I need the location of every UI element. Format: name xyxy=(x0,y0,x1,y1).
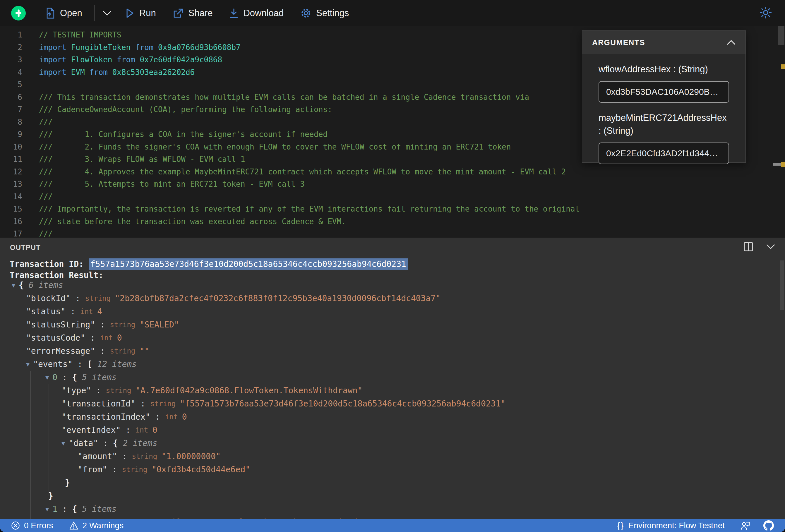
warning-marker xyxy=(781,65,785,69)
arguments-panel-header[interactable]: ARGUMENTS xyxy=(582,31,745,54)
code-token: /// 1. Configures a COA in the signer's … xyxy=(39,130,328,139)
tree-value: "" xyxy=(140,346,150,356)
code-text: import EVM from 0x8c5303eaa26202d6 xyxy=(39,68,195,77)
tree-token: : xyxy=(95,346,110,356)
transaction-id-label: Transaction ID: xyxy=(10,259,89,269)
tree-toggle-icon[interactable]: ▼ xyxy=(45,374,49,381)
tree-token: : xyxy=(71,294,85,303)
json-tree-row: ▼"data" : { 2 items xyxy=(0,437,776,450)
open-button[interactable]: Open xyxy=(45,8,82,19)
tree-type-label: int xyxy=(80,308,97,316)
code-token: import xyxy=(39,43,71,52)
output-panel: OUTPUT Transaction ID: f557a1573b76aa53e… xyxy=(0,237,785,519)
json-tree-row: "amount" : string "1.00000000" xyxy=(0,450,776,463)
code-token: EVM xyxy=(71,68,90,77)
code-text: /// 3. Wraps FLOW as WFLOW - EVM call 1 xyxy=(39,155,245,163)
code-token: /// This transaction demonstrates how mu… xyxy=(39,93,529,102)
split-columns-icon xyxy=(743,242,753,252)
line-number: 15 xyxy=(0,205,22,213)
github-link[interactable] xyxy=(763,520,774,531)
tree-value: 0 xyxy=(182,412,187,422)
tree-token: : xyxy=(57,373,72,382)
share-button[interactable]: Share xyxy=(173,8,213,19)
tree-token: : xyxy=(107,465,122,474)
code-text: /// xyxy=(39,192,53,201)
line-number: 5 xyxy=(0,80,22,89)
settings-label: Settings xyxy=(316,8,349,19)
tree-key: "transactionIndex" xyxy=(61,412,150,422)
output-title: OUTPUT xyxy=(10,244,41,252)
tree-key: "errorMessage" xyxy=(26,346,95,356)
code-line: 16/// state before the transaction was e… xyxy=(0,216,773,228)
output-scrollbar-thumb[interactable] xyxy=(780,260,784,310)
environment-status[interactable]: {} Environment: Flow Testnet xyxy=(617,521,725,531)
tree-bracket: { xyxy=(72,504,82,514)
status-bar: 0 Errors 2 Warnings {} Environment: Flow… xyxy=(0,519,785,532)
tree-toggle-icon[interactable]: ▼ xyxy=(26,361,30,368)
tree-key: "statusCode" xyxy=(26,333,85,343)
indent-guide xyxy=(30,371,31,519)
line-number: 16 xyxy=(0,217,22,226)
code-token: import xyxy=(39,68,71,77)
line-number: 6 xyxy=(0,93,22,102)
run-play-icon xyxy=(126,8,134,18)
tree-toggle-icon[interactable]: ▼ xyxy=(45,506,49,513)
code-token: FlowToken xyxy=(71,55,117,64)
code-text: /// Importantly, the transaction is reve… xyxy=(39,205,580,213)
json-tree-row: "from" : string "0xfd3b4cd50d44e6ed" xyxy=(0,463,776,476)
tree-value: "SEALED" xyxy=(140,320,179,329)
chevron-up-icon[interactable] xyxy=(727,40,736,45)
errors-status[interactable]: 0 Errors xyxy=(11,521,53,530)
line-number: 3 xyxy=(0,55,22,64)
editor-scrollbar[interactable] xyxy=(777,26,785,237)
argument-input-wflow[interactable] xyxy=(599,81,729,103)
flow-logo xyxy=(11,6,26,21)
line-number: 9 xyxy=(0,130,22,139)
run-label: Run xyxy=(139,8,156,19)
tree-value: 4 xyxy=(97,307,102,316)
code-line: 14/// xyxy=(0,191,773,203)
code-text: import FlowToken from 0x7e60df042a9c0868 xyxy=(39,55,222,64)
json-tree-row: "eventIndex" : int 0 xyxy=(0,424,776,437)
tree-toggle-icon[interactable]: ▼ xyxy=(12,282,15,289)
warnings-status[interactable]: 2 Warnings xyxy=(69,521,124,530)
arguments-panel: ARGUMENTS wflowAddressHex : (String) may… xyxy=(582,30,746,163)
tree-index: 1 xyxy=(52,504,57,514)
code-text: /// 2. Funds the signer's COA with enoug… xyxy=(39,143,511,151)
json-tree-row: "status" : int 4 xyxy=(0,305,776,318)
json-tree-row: } xyxy=(0,476,776,489)
tree-type-label: string xyxy=(85,295,115,303)
tree-toggle-icon[interactable]: ▼ xyxy=(61,440,65,447)
tree-key: "status" xyxy=(26,307,66,316)
download-button[interactable]: Download xyxy=(229,8,284,19)
feedback-button[interactable] xyxy=(740,521,751,530)
collapse-output-button[interactable] xyxy=(766,244,775,250)
tree-token: : xyxy=(121,425,135,435)
editor-scrollbar-thumb[interactable] xyxy=(778,26,784,45)
argument-label: maybeMintERC721AddressHex : (String) xyxy=(599,111,729,137)
json-tree-row: "transactionIndex" : int 0 xyxy=(0,410,776,424)
indent-guide xyxy=(65,450,65,483)
open-menu-chevron-button[interactable] xyxy=(103,10,111,16)
tree-key: "amount" xyxy=(78,452,117,461)
tree-type-label: string xyxy=(110,321,140,329)
flow-logo-icon xyxy=(14,9,23,18)
code-editor[interactable]: 1// TESTNET IMPORTS2import FungibleToken… xyxy=(0,26,785,237)
code-line: 15/// Importantly, the transaction is re… xyxy=(0,203,773,216)
argument-input-maybemint[interactable] xyxy=(599,143,729,164)
json-tree-row: "errorMessage" : string "" xyxy=(0,345,776,358)
warning-marker xyxy=(781,162,785,167)
code-text: /// CadenceOwnedAccount (COA), performin… xyxy=(39,105,332,114)
split-view-button[interactable] xyxy=(743,242,753,253)
gear-icon xyxy=(301,8,311,19)
settings-button[interactable]: Settings xyxy=(301,8,349,19)
theme-toggle-button[interactable] xyxy=(760,7,771,19)
tree-value: "1.00000000" xyxy=(161,452,221,461)
code-token: /// 4. Approves the example MaybeMintERC… xyxy=(39,168,566,176)
run-button[interactable]: Run xyxy=(126,8,156,19)
tree-token: : xyxy=(73,359,87,369)
code-token: from xyxy=(89,68,112,77)
app-window: Open Run Share Download xyxy=(0,0,785,532)
tree-value: 0 xyxy=(117,333,122,343)
tree-item-count: 5 items xyxy=(82,504,117,514)
